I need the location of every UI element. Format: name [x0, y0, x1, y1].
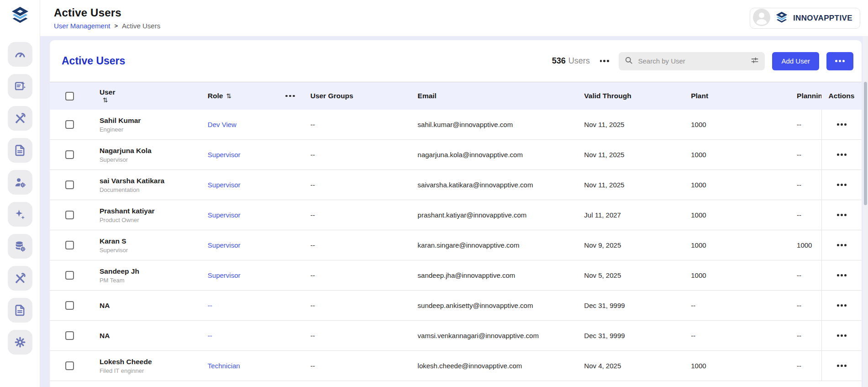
plant-cell: 1000	[691, 170, 797, 200]
table-row: Lokesh Cheede Filed IT enginner Technici…	[50, 351, 862, 381]
search-input[interactable]	[638, 57, 746, 65]
sidebar-item-ai[interactable]	[8, 202, 32, 227]
email-cell: lokesh.cheede@innovapptive.com	[418, 351, 584, 381]
panel-title: Active Users	[62, 55, 125, 67]
document-icon	[14, 144, 26, 157]
row-actions-button[interactable]	[835, 272, 849, 278]
count-menu-button[interactable]	[597, 58, 612, 64]
panel-header: Active Users 536Users	[50, 40, 862, 82]
user-groups-cell: --	[310, 321, 418, 350]
ellipsis-icon	[599, 60, 610, 62]
sidebar-item-user-management[interactable]	[8, 170, 32, 195]
role-link[interactable]: Supervisor	[208, 271, 241, 279]
plant-cell: --	[691, 321, 797, 350]
user-subtitle: Engineer	[100, 126, 123, 133]
row-actions-button[interactable]	[835, 182, 849, 188]
user-subtitle: Supervisor	[100, 156, 128, 163]
row-checkbox[interactable]	[65, 361, 74, 370]
plant-cell: 1000	[691, 230, 797, 260]
row-checkbox[interactable]	[65, 150, 74, 159]
row-actions-button[interactable]	[835, 122, 849, 127]
row-checkbox[interactable]	[65, 241, 74, 249]
column-header-plan: Plannin	[797, 82, 821, 110]
column-label: User	[100, 88, 115, 96]
user-name: Sahil Kumar	[100, 116, 141, 125]
sidebar-item-tools[interactable]	[8, 106, 32, 131]
planning-cell: --	[797, 321, 821, 350]
scrollbar-thumb[interactable]	[864, 82, 867, 205]
sort-icon[interactable]: ⇅	[226, 92, 231, 100]
user-count: 536Users	[552, 56, 590, 66]
planning-cell: 1000	[797, 230, 821, 260]
add-user-button[interactable]: Add User	[772, 52, 819, 70]
row-checkbox[interactable]	[65, 301, 74, 310]
row-checkbox[interactable]	[65, 271, 74, 280]
role-link[interactable]: Supervisor	[208, 241, 241, 249]
sidebar-item-dashboard[interactable]	[8, 42, 32, 67]
role-link[interactable]: --	[208, 302, 212, 309]
row-actions-button[interactable]	[835, 363, 849, 369]
database-gear-icon	[14, 240, 26, 253]
column-label: Email	[418, 92, 437, 100]
ellipsis-icon	[836, 184, 847, 186]
row-actions-button[interactable]	[835, 212, 849, 218]
row-checkbox[interactable]	[65, 120, 74, 129]
select-all-checkbox[interactable]	[65, 92, 74, 101]
active-users-panel: Active Users 536Users	[50, 40, 862, 387]
profile-card[interactable]: INNOVAPPTIVE	[750, 8, 860, 29]
sidebar-item-documents-2[interactable]	[8, 298, 32, 323]
row-checkbox[interactable]	[65, 331, 74, 340]
filter-sliders-icon[interactable]	[750, 56, 759, 67]
valid-through-cell: Nov 11, 2025	[584, 110, 691, 139]
sidebar-item-work-instructions[interactable]	[8, 74, 32, 99]
column-header-role[interactable]: Role⇅	[208, 82, 285, 110]
tools-icon	[14, 272, 26, 285]
email-cell: saivarsha.katikara@innovapptive.com	[418, 170, 584, 200]
ellipsis-icon	[836, 123, 847, 126]
role-link[interactable]: Supervisor	[208, 181, 241, 189]
planning-cell: --	[797, 291, 821, 320]
breadcrumb-user-management[interactable]: User Management	[54, 22, 110, 30]
role-link[interactable]: --	[208, 332, 212, 339]
ellipsis-icon	[836, 274, 847, 276]
role-link[interactable]: Dev View	[208, 121, 237, 128]
email-cell: sandeep.jha@innovapptive.com	[418, 260, 584, 290]
user-name: Karan S	[100, 237, 126, 245]
sidebar-item-data-management[interactable]	[8, 234, 32, 259]
row-checkbox[interactable]	[65, 180, 74, 189]
column-header-groups: User Groups	[310, 82, 418, 110]
column-header-check	[50, 82, 100, 110]
role-link[interactable]: Technician	[208, 362, 240, 370]
role-link[interactable]: Supervisor	[208, 211, 241, 219]
row-actions-button[interactable]	[835, 152, 849, 158]
column-header-email: Email	[418, 82, 584, 110]
row-checkbox[interactable]	[65, 211, 74, 219]
user-subtitle: Product Owner	[100, 217, 139, 223]
scrollbar[interactable]	[863, 36, 868, 387]
breadcrumb-current: Active Users	[122, 22, 160, 30]
column-label: Plant	[691, 92, 708, 100]
valid-through-cell: Dec 31, 9999	[584, 321, 691, 350]
column-header-user[interactable]: User⇅	[100, 82, 208, 110]
row-actions-button[interactable]	[835, 242, 849, 248]
ellipsis-icon	[836, 334, 847, 337]
gauge-icon	[14, 48, 26, 61]
document-icon	[14, 304, 26, 317]
user-subtitle: Filed IT enginner	[100, 367, 144, 374]
column-header-menu[interactable]	[285, 82, 310, 110]
sidebar-item-documents[interactable]	[8, 138, 32, 163]
sidebar-item-tools-2[interactable]	[8, 266, 32, 291]
valid-through-cell: Dec 31, 9999	[584, 291, 691, 320]
more-actions-button[interactable]	[826, 52, 853, 70]
app-logo[interactable]	[10, 5, 31, 27]
row-actions-button[interactable]	[835, 333, 849, 339]
columns-menu-icon[interactable]	[285, 95, 296, 97]
user-groups-cell: --	[310, 291, 418, 320]
row-actions-button[interactable]	[835, 302, 849, 308]
user-subtitle: Supervisor	[100, 247, 128, 254]
role-link[interactable]: Supervisor	[208, 151, 241, 159]
user-count-value: 536	[552, 56, 566, 65]
sidebar-item-settings[interactable]	[8, 330, 32, 355]
sort-icon[interactable]: ⇅	[103, 96, 108, 104]
search-box[interactable]	[619, 52, 765, 70]
